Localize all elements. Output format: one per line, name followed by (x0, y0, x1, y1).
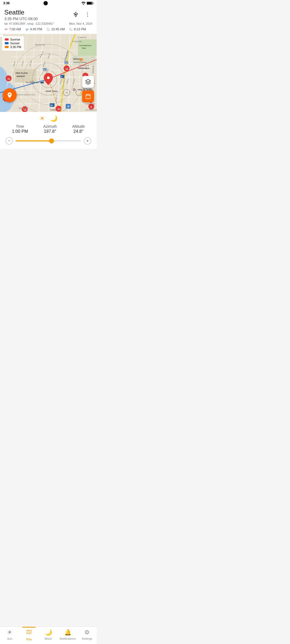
svg-text:99: 99 (50, 104, 53, 107)
svg-text:☀: ☀ (66, 91, 68, 94)
svg-rect-2 (87, 2, 92, 4)
svg-text:📷: 📷 (41, 80, 44, 84)
svg-text:E John St: E John St (78, 36, 86, 38)
local-time: 3:35 PM UTC-08:00 (4, 17, 38, 21)
google-logo: Google (19, 107, 27, 110)
celestial-icons: ☀ 🌙 (4, 115, 92, 122)
city-title: Seattle (4, 9, 38, 16)
moonrise-icon (46, 27, 50, 31)
svg-text:PIKE PLACE: PIKE PLACE (16, 72, 28, 74)
slider-increase-button[interactable]: + (84, 137, 91, 145)
svg-text:Southworth-Seattle fast ferry: Southworth-Seattle fast ferry (15, 94, 35, 96)
date-display: Mon, Nov 4, 2024 (69, 22, 92, 25)
status-time: 3:36 (3, 1, 10, 5)
status-icons (81, 2, 93, 5)
svg-text:Park: Park (82, 47, 86, 49)
altitude-value: 24.8° (72, 129, 85, 134)
azimuth-item: Azimuth 197.8° (43, 124, 57, 134)
map-legend: Sunrise Sunset 3:35 PM (2, 36, 24, 51)
svg-text:Cal Anderson: Cal Anderson (79, 45, 91, 46)
more-button[interactable] (83, 10, 92, 19)
camera-dot (44, 1, 48, 5)
altitude-item: Altitude 24.8° (72, 124, 85, 134)
sunrise-icon (4, 27, 8, 31)
svg-text:Seneca St: Seneca St (82, 67, 90, 69)
svg-text:5|12: 5|12 (57, 108, 61, 110)
svg-point-6 (87, 16, 88, 17)
sunset-icon (25, 27, 29, 31)
gps-button[interactable] (71, 10, 81, 19)
svg-point-5 (87, 14, 88, 15)
battery-icon (87, 2, 93, 5)
location-icon (6, 92, 13, 99)
slider-row: − + (4, 137, 92, 145)
svg-text:E Olive Wy: E Olive Wy (73, 41, 82, 43)
gps-icon (73, 12, 79, 17)
svg-text:🚌: 🚌 (65, 61, 68, 64)
more-icon (85, 12, 90, 17)
svg-point-81 (47, 76, 50, 79)
coordinates: lat: 47.6061389°, long: -122.3328481° (4, 22, 54, 25)
slider-thumb[interactable] (49, 138, 54, 143)
altitude-label: Altitude (72, 124, 85, 129)
svg-text:Yesler Wy: Yesler Wy (83, 87, 91, 90)
svg-text:5: 5 (61, 76, 62, 78)
svg-rect-115 (86, 94, 90, 99)
svg-rect-1 (93, 3, 93, 4)
map-container[interactable]: Cal Anderson Park Starbucks Reserve Roas… (0, 34, 97, 112)
svg-rect-30 (73, 56, 95, 65)
svg-text:MARKET: MARKET (17, 75, 25, 78)
svg-text:10th Ave: 10th Ave (96, 102, 97, 108)
svg-text:12th Ave: 12th Ave (96, 82, 97, 88)
legend-sunrise: Sunrise (5, 38, 21, 41)
slider-fill (16, 140, 52, 141)
azimuth-value: 197.8° (43, 129, 57, 134)
legend-sunset: Sunset (5, 42, 21, 45)
svg-text:24: 24 (66, 68, 68, 70)
slider-decrease-button[interactable]: − (5, 137, 13, 145)
svg-text:Broadway: Broadway (92, 66, 94, 74)
moon-celestial-icon: 🌙 (50, 115, 57, 122)
moonset-icon (69, 27, 73, 31)
sun-celestial-icon: ☀ (39, 115, 45, 122)
header: Seattle 3:35 PM UTC-08:00 lat: 47.606138… (0, 6, 97, 34)
time-label: Time (12, 124, 28, 129)
sunset-color (5, 42, 9, 44)
sun-times: 7:00 AM 4:45 PM 10:45 AM 6:13 PM (4, 27, 92, 31)
current-color (5, 46, 9, 48)
time-value: 1:00 PM (12, 129, 28, 134)
status-bar: 3:36 (0, 0, 97, 6)
svg-point-4 (87, 12, 88, 13)
info-panel: ☀ 🌙 Time 1:00 PM Azimuth 197.8° Altitude… (0, 112, 97, 149)
sunrise-time: 7:00 AM (4, 27, 21, 31)
calendar-icon (85, 93, 91, 99)
sunrise-color (5, 38, 9, 41)
svg-text:🏟: 🏟 (67, 105, 70, 108)
svg-text:☕: ☕ (80, 59, 84, 62)
slider-track[interactable] (16, 140, 81, 141)
sunset-time: 4:45 PM (25, 27, 42, 31)
svg-text:🏰: 🏰 (73, 88, 76, 91)
layers-button[interactable] (82, 76, 94, 88)
azimuth-label: Azimuth (43, 124, 57, 129)
svg-point-3 (75, 14, 77, 15)
wifi-icon (81, 2, 86, 5)
layers-icon (85, 79, 91, 85)
svg-text:21: 21 (8, 78, 10, 80)
data-row: Time 1:00 PM Azimuth 197.8° Altitude 24.… (4, 124, 92, 134)
location-button[interactable] (3, 88, 17, 102)
moonset-time: 6:13 PM (69, 27, 86, 31)
svg-text:🚌: 🚌 (43, 68, 46, 71)
moonrise-time: 10:45 AM (46, 27, 65, 31)
svg-text:Smith Tower: Smith Tower (46, 90, 58, 92)
calendar-button[interactable] (82, 90, 94, 102)
legend-current: 3:35 PM (5, 45, 21, 49)
time-item: Time 1:00 PM (12, 124, 28, 134)
svg-text:9: 9 (90, 106, 92, 108)
svg-text:🌙: 🌙 (78, 91, 82, 94)
